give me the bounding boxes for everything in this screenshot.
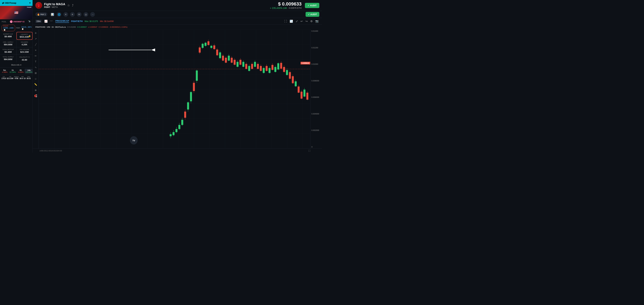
fight-eth-button[interactable]: FIGHT/ETH	[71, 20, 83, 23]
binoculars-icon[interactable]: 🔭	[28, 20, 31, 23]
copy-icon[interactable]: 📋	[4, 29, 6, 31]
svg-rect-94	[298, 87, 300, 93]
uniswap-pool[interactable]: 🦄 UNISWAP V2	[10, 20, 25, 23]
token-name: Fight to MAGA	[44, 3, 65, 6]
text-tool[interactable]: T	[33, 59, 38, 64]
fullscreen-icon-bottom[interactable]: ⛶	[308, 150, 310, 152]
price-change-24h: + 235,430% 24h	[270, 7, 287, 10]
chart-svg: TV	[39, 29, 310, 149]
line-chart-icon[interactable]: 〰	[49, 19, 53, 23]
email-icon[interactable]: ✉	[77, 12, 82, 17]
twitter-icon[interactable]: ✕	[64, 12, 68, 17]
timeframe-5m[interactable]: 5m -4.98%	[1, 69, 8, 74]
svg-rect-90	[292, 76, 294, 83]
svg-rect-38	[216, 50, 218, 55]
max-min-values: Max: $0.01375 Min: $0.0s4090	[85, 20, 114, 23]
measure-tool[interactable]: 📏	[33, 82, 38, 87]
lock-icon: 🔒	[28, 35, 31, 37]
volume-24h-label: 24H VOLUME	[20, 49, 29, 50]
chart-icon[interactable]: 📊	[50, 12, 55, 17]
holders-value: 4.20K	[22, 43, 27, 46]
svg-rect-64	[254, 62, 256, 67]
audit-button[interactable]: ✓ AUDIT	[305, 3, 319, 8]
trendline-tool[interactable]: ╱	[33, 42, 38, 47]
max-stat: Max $0.01	[26, 76, 32, 79]
swap-icon: ⇄	[2, 1, 4, 5]
emoji-tool[interactable]: ☺	[33, 76, 38, 81]
favorite-button[interactable]: ☆	[67, 4, 70, 7]
more-icon[interactable]: ···	[90, 12, 95, 17]
holders-label: HOLDERS	[21, 41, 28, 43]
total-mktcap-cell: TOTAL MKTCAP $9.48M	[0, 47, 16, 55]
pair-address[interactable]: 0X63A...98F6 📋	[21, 26, 32, 30]
timeframe-1h[interactable]: 1h 22.34%	[8, 69, 17, 74]
close-value: C 0.009633	[98, 26, 108, 28]
chart-container: ✛ ↗ ╱ ≡ ✏ T ∿ ⊞ ☺ 📏 ⊕ 🧲	[33, 29, 322, 149]
volume-24h-value: $23.33M	[20, 51, 29, 53]
bottom-stats: Txs 17510 Vol $23.33M Makers 4798 Min $0…	[0, 75, 32, 80]
more-info-button[interactable]: More info ▾	[0, 63, 32, 68]
candle-chart-icon[interactable]: 📈	[44, 19, 48, 23]
redo-icon[interactable]: ↪	[305, 19, 308, 23]
share-button[interactable]: ⤴	[72, 4, 74, 7]
timeframe-6h[interactable]: 6h -6.68%	[17, 69, 25, 74]
svg-rect-42	[222, 56, 224, 61]
min-stat: Min $0.0↑19	[20, 76, 26, 79]
svg-rect-82	[280, 63, 282, 69]
market-cap-cell: MARKET CAP $9.48M	[0, 32, 16, 40]
globe-icon[interactable]: 🌐	[57, 12, 62, 17]
svg-rect-8	[172, 132, 174, 135]
volatility-label: VOLATILITY ⓘ	[19, 56, 30, 58]
magnet-tool[interactable]: 🧲	[33, 94, 38, 98]
indicator-icon[interactable]: 📉	[289, 19, 294, 23]
time-axis: 14 06:00 12:00 18:00 15 04:00 ⛶	[33, 149, 322, 153]
settings-icon[interactable]: ⚙	[310, 19, 313, 23]
svg-rect-48	[231, 58, 233, 63]
svg-rect-98	[304, 90, 306, 97]
compare-icon[interactable]: ⤢	[295, 19, 298, 23]
total-supply-value: 984.90M	[4, 58, 12, 61]
dextswap-button[interactable]: ⇄ DEXTswap ▾	[0, 0, 32, 6]
svg-rect-88	[289, 72, 291, 79]
fibonacci-tool[interactable]: ∿	[33, 65, 38, 70]
telegram-icon[interactable]: ✈	[70, 12, 75, 17]
fight-address[interactable]: FIGHT: 0X880...1AB6 📋	[2, 25, 15, 31]
svg-rect-74	[268, 68, 270, 73]
txs-stat: Txs 17510	[1, 76, 7, 79]
circ-supply-cell: CIRC. SUPPLY 984.90M	[0, 40, 16, 47]
copy-pair-icon[interactable]: 📋	[22, 28, 24, 30]
liquidity-value: $531.63K	[20, 36, 29, 38]
audit-button-social[interactable]: ✓ AUDIT	[306, 12, 319, 17]
svg-text:TV: TV	[132, 139, 135, 142]
camera-icon[interactable]: 📷	[314, 19, 319, 23]
multi-line-tool[interactable]: ≡	[33, 48, 38, 53]
undo-icon[interactable]: ↩	[300, 19, 304, 23]
token-pair: FIGHT / WETH	[44, 6, 65, 9]
address-row: FIGHT: 0X880...1AB6 📋 PAIR: 0X63A...98F6…	[0, 24, 32, 32]
svg-rect-84	[283, 67, 285, 72]
cursor-tool[interactable]: ↗	[33, 37, 38, 41]
price-mcap-button[interactable]: PRICE/MCAP	[55, 20, 69, 23]
fire-icon: 🔥	[37, 13, 40, 16]
fullscreen-icon[interactable]: ⛶	[284, 20, 288, 23]
total-supply-label: TOTAL SUPPLY	[3, 56, 14, 58]
crosshair-tool[interactable]: ✛	[33, 31, 38, 36]
circ-supply-label: CIRC. SUPPLY	[3, 41, 13, 43]
change-value: -0.00036910 (-3.69%)	[110, 26, 128, 28]
chart-symbol: FIGHT/USD · UNI · 15 · DEXTools.io	[36, 26, 66, 28]
pattern-tool[interactable]: ⊞	[33, 71, 38, 75]
pen-tool[interactable]: ✏	[33, 54, 38, 58]
timeframe-button-15m[interactable]: 15m	[36, 20, 42, 23]
zoom-in-tool[interactable]: ⊕	[33, 88, 38, 93]
stats-grid: MARKET CAP $9.48M LIQUIDITY $531.63K 🔒 C…	[0, 32, 32, 63]
svg-rect-1	[39, 29, 310, 149]
liquidity-label: LIQUIDITY	[21, 34, 28, 35]
pool-label: POOL	[2, 21, 6, 23]
timeframe-24h[interactable]: 24h 235,430%	[25, 69, 34, 74]
chart-main[interactable]: TV 0.009633	[39, 29, 310, 149]
sidebar: ⇄ DEXTswap ▾ 🇺🇸 TRUMP POOL 🦄 UNISWAP V2 …	[0, 0, 33, 153]
dextools-icon[interactable]: ◎	[84, 12, 88, 17]
token-name-block: Fight to MAGA FIGHT / WETH	[44, 3, 65, 9]
svg-rect-60	[248, 66, 250, 71]
toolbar-right: ⛶ 📉 ⤢ ↩ ↪ ⚙ 📷	[284, 19, 319, 23]
